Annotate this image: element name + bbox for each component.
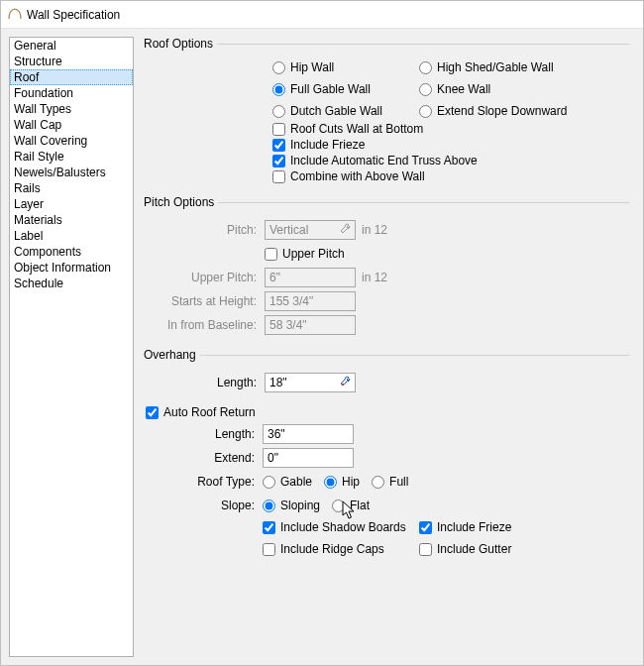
radio-full[interactable]: Full	[372, 475, 408, 489]
roof-options-group: Roof Options Hip Wall High Shed/Gable Wa…	[146, 37, 629, 187]
arr-extend-input[interactable]	[263, 448, 354, 468]
radio-label: Flat	[350, 499, 370, 512]
check-ridge-caps[interactable]: Include Ridge Caps	[263, 542, 419, 556]
sidebar-item-components[interactable]: Components	[10, 244, 133, 260]
overhang-legend: Overhang	[144, 348, 200, 362]
sidebar-item-layer[interactable]: Layer	[10, 196, 133, 212]
app-icon	[7, 5, 23, 24]
upper-pitch-unit: in 12	[362, 271, 387, 284]
radio-label: Full	[389, 475, 408, 489]
check-label: Include Ridge Caps	[280, 542, 384, 556]
sidebar-item-newels-balusters[interactable]: Newels/Balusters	[10, 165, 133, 180]
window-title: Wall Specification	[27, 8, 120, 22]
in-from-input	[265, 315, 356, 335]
pitch-label: Pitch:	[148, 223, 265, 237]
radio-full-gable[interactable]: Full Gable Wall	[272, 82, 419, 96]
pitch-options-legend: Pitch Options	[144, 195, 218, 209]
arr-slope-label: Slope:	[146, 499, 263, 512]
radio-label: Dutch Gable Wall	[290, 104, 382, 118]
sidebar-item-roof[interactable]: Roof	[10, 69, 133, 85]
radio-label: Hip Wall	[290, 60, 334, 74]
check-label: Include Shadow Boards	[280, 520, 406, 534]
radio-label: Full Gable Wall	[290, 82, 371, 96]
sidebar-item-materials[interactable]: Materials	[10, 212, 133, 228]
check-combine-above[interactable]: Combine with Above Wall	[272, 169, 627, 183]
sidebar-item-wall-cap[interactable]: Wall Cap	[10, 117, 133, 133]
sidebar-item-rail-style[interactable]: Rail Style	[10, 149, 133, 165]
roof-panel: Roof Options Hip Wall High Shed/Gable Wa…	[140, 37, 635, 657]
check-label: Include Gutter	[437, 542, 511, 556]
overhang-length-label: Length:	[148, 376, 265, 389]
check-label: Upper Pitch	[282, 247, 345, 261]
sidebar-item-label[interactable]: Label	[10, 228, 133, 244]
roof-options-legend: Roof Options	[144, 37, 217, 51]
roof-type-radios: Hip Wall High Shed/Gable Wall Full Gable…	[272, 58, 627, 120]
radio-extend-slope[interactable]: Extend Slope Downward	[419, 104, 627, 118]
auto-roof-return-checkbox[interactable]	[146, 406, 159, 419]
radio-label: Extend Slope Downward	[437, 104, 567, 118]
check-include-truss[interactable]: Include Automatic End Truss Above	[272, 154, 627, 167]
sidebar-item-wall-types[interactable]: Wall Types	[10, 101, 133, 117]
arr-extend-label: Extend:	[146, 451, 263, 465]
radio-flat[interactable]: Flat	[332, 499, 370, 512]
category-sidebar[interactable]: GeneralStructureRoofFoundationWall Types…	[9, 37, 134, 657]
check-label: Include Automatic End Truss Above	[290, 154, 478, 167]
radio-label: Gable	[280, 475, 312, 489]
sidebar-item-general[interactable]: General	[10, 38, 133, 54]
check-label: Include Frieze	[437, 520, 511, 534]
check-upper-pitch[interactable]: Upper Pitch	[265, 247, 345, 261]
wrench-icon[interactable]	[339, 375, 353, 388]
pitch-options-group: Pitch Options Pitch: in 12 Upper Pitch U…	[146, 195, 629, 340]
sidebar-item-structure[interactable]: Structure	[10, 54, 133, 69]
sidebar-item-object-information[interactable]: Object Information	[10, 260, 133, 276]
titlebar: Wall Specification	[1, 1, 643, 29]
upper-pitch-label: Upper Pitch:	[148, 271, 265, 284]
pitch-unit: in 12	[362, 223, 387, 237]
in-from-label: In from Baseline:	[148, 318, 265, 332]
check-arr-frieze[interactable]: Include Frieze	[419, 520, 511, 534]
sidebar-item-schedule[interactable]: Schedule	[10, 276, 133, 291]
radio-high-shed-gable[interactable]: High Shed/Gable Wall	[419, 60, 627, 74]
arr-roof-type-label: Roof Type:	[146, 475, 263, 489]
sidebar-item-wall-covering[interactable]: Wall Covering	[10, 133, 133, 149]
radio-dutch-gable[interactable]: Dutch Gable Wall	[272, 104, 419, 118]
arr-length-input[interactable]	[263, 424, 354, 444]
check-label: Roof Cuts Wall at Bottom	[290, 122, 423, 136]
sidebar-item-foundation[interactable]: Foundation	[10, 85, 133, 101]
starts-input	[265, 291, 356, 311]
radio-label: Hip	[342, 475, 360, 489]
radio-hip-wall[interactable]: Hip Wall	[272, 60, 419, 74]
check-label: Auto Roof Return	[163, 405, 256, 419]
radio-hip[interactable]: Hip	[324, 475, 360, 489]
radio-label: Sloping	[280, 499, 320, 512]
svg-point-0	[342, 384, 344, 386]
check-gutter[interactable]: Include Gutter	[419, 542, 511, 556]
check-shadow-boards[interactable]: Include Shadow Boards	[263, 520, 419, 534]
check-label: Combine with Above Wall	[290, 169, 425, 183]
radio-knee-wall[interactable]: Knee Wall	[419, 82, 627, 96]
wrench-icon	[339, 222, 353, 236]
check-label: Include Frieze	[290, 138, 365, 152]
upper-pitch-input	[265, 268, 356, 287]
starts-label: Starts at Height:	[148, 294, 265, 308]
radio-gable[interactable]: Gable	[263, 475, 312, 489]
overhang-group: Overhang Length:	[146, 348, 629, 397]
radio-label: High Shed/Gable Wall	[437, 60, 554, 74]
auto-roof-return-check[interactable]: Auto Roof Return	[146, 405, 629, 419]
check-include-frieze[interactable]: Include Frieze	[272, 138, 627, 152]
arr-length-label: Length:	[146, 427, 263, 441]
check-roof-cuts-wall[interactable]: Roof Cuts Wall at Bottom	[272, 122, 627, 136]
sidebar-item-rails[interactable]: Rails	[10, 180, 133, 196]
radio-label: Knee Wall	[437, 82, 490, 96]
radio-sloping[interactable]: Sloping	[263, 499, 320, 512]
